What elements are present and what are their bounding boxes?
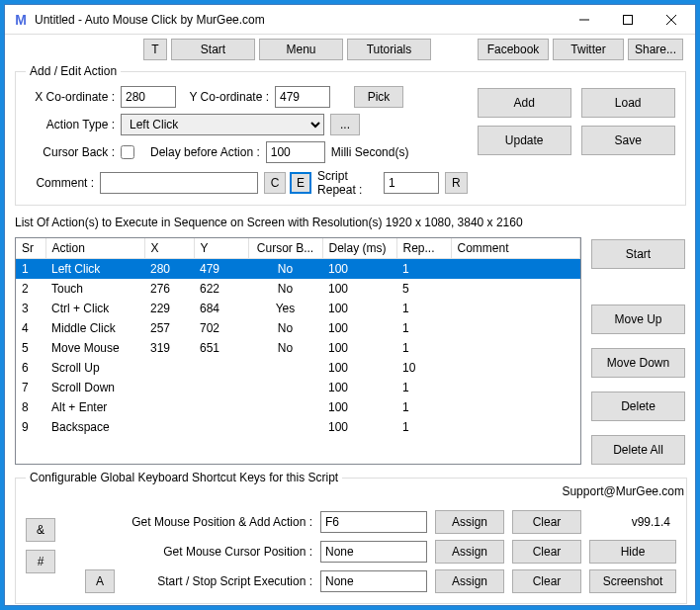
pick-button[interactable]: Pick bbox=[354, 86, 403, 108]
a-button[interactable]: A bbox=[85, 569, 115, 593]
assign1-button[interactable]: Assign bbox=[435, 510, 504, 534]
th-repeat[interactable]: Rep... bbox=[396, 238, 451, 259]
start-button[interactable]: Start bbox=[591, 239, 685, 269]
action-type-label: Action Type : bbox=[26, 118, 115, 131]
screenshot-button[interactable]: Screenshot bbox=[589, 569, 676, 593]
table-row[interactable]: 5Move Mouse319651No1001 bbox=[16, 338, 580, 358]
table-row[interactable]: 3Ctrl + Click229684Yes1001 bbox=[16, 299, 580, 318]
facebook-button[interactable]: Facebook bbox=[478, 39, 549, 60]
repeat-label: Script Repeat : bbox=[317, 169, 378, 197]
share-button[interactable]: Share... bbox=[628, 39, 683, 60]
maximize-button[interactable] bbox=[606, 5, 650, 35]
shortcut2-label: Get Mouse Cursor Position : bbox=[26, 545, 312, 559]
e-button[interactable]: E bbox=[290, 172, 311, 194]
c-button[interactable]: C bbox=[264, 172, 286, 194]
th-cursorback[interactable]: Cursor B... bbox=[248, 238, 322, 259]
start-top-button[interactable]: Start bbox=[171, 39, 255, 60]
assign3-button[interactable]: Assign bbox=[435, 569, 504, 593]
version-label: v99.1.4 bbox=[589, 515, 676, 529]
minimize-button[interactable] bbox=[563, 5, 606, 35]
table-row[interactable]: 6Scroll Up10010 bbox=[16, 358, 580, 378]
tutorials-button[interactable]: Tutorials bbox=[347, 39, 431, 60]
save-button[interactable]: Save bbox=[581, 126, 675, 155]
y-coord-label: Y Co-ordinate : bbox=[182, 90, 269, 104]
th-action[interactable]: Action bbox=[45, 238, 144, 259]
th-y[interactable]: Y bbox=[194, 238, 248, 259]
shortcut1-label: Get Mouse Position & Add Action : bbox=[26, 515, 312, 529]
delay-input[interactable] bbox=[266, 141, 325, 163]
app-window: M Untitled - Auto Mouse Click by MurGee.… bbox=[4, 4, 696, 606]
comment-label: Comment : bbox=[26, 176, 94, 190]
table-row[interactable]: 9Backspace1001 bbox=[16, 417, 580, 437]
comment-input[interactable] bbox=[100, 172, 258, 194]
content: Add / Edit Action X Co-ordinate : Y Co-o… bbox=[5, 62, 695, 610]
cursor-back-label: Cursor Back : bbox=[26, 145, 115, 159]
close-button[interactable] bbox=[650, 5, 693, 35]
top-toolbar: T Start Menu Tutorials Facebook Twitter … bbox=[5, 35, 695, 62]
table-row[interactable]: 2Touch276622No1005 bbox=[16, 279, 580, 299]
shortcut1-input[interactable] bbox=[320, 511, 427, 533]
add-button[interactable]: Add bbox=[478, 88, 571, 118]
th-x[interactable]: X bbox=[144, 238, 194, 259]
th-comment[interactable]: Comment bbox=[451, 238, 580, 259]
action-type-select[interactable]: Left Click bbox=[121, 114, 324, 135]
update-button[interactable]: Update bbox=[478, 126, 571, 155]
clear2-button[interactable]: Clear bbox=[512, 540, 581, 564]
action-more-button[interactable]: ... bbox=[330, 114, 360, 135]
delay-label: Delay before Action : bbox=[150, 145, 260, 159]
delay-unit-label: Milli Second(s) bbox=[331, 145, 409, 159]
actions-table: Sr Action X Y Cursor B... Delay (ms) Rep… bbox=[16, 238, 580, 437]
th-sr[interactable]: Sr bbox=[16, 238, 45, 259]
svg-rect-1 bbox=[624, 15, 633, 24]
shortcuts-legend: Configurable Global Keyboard Shortcut Ke… bbox=[26, 471, 342, 484]
add-edit-legend: Add / Edit Action bbox=[26, 64, 121, 78]
th-delay[interactable]: Delay (ms) bbox=[322, 238, 396, 259]
move-down-button[interactable]: Move Down bbox=[591, 348, 685, 378]
table-row[interactable]: 8Alt + Enter1001 bbox=[16, 397, 580, 417]
hide-button[interactable]: Hide bbox=[589, 540, 676, 564]
x-coord-input[interactable] bbox=[121, 86, 176, 108]
x-coord-label: X Co-ordinate : bbox=[26, 90, 115, 104]
amp-button[interactable]: & bbox=[26, 518, 55, 542]
titlebar: M Untitled - Auto Mouse Click by MurGee.… bbox=[5, 5, 695, 35]
shortcut2-input[interactable] bbox=[320, 541, 427, 563]
app-icon: M bbox=[13, 12, 29, 28]
menu-button[interactable]: Menu bbox=[259, 39, 343, 60]
t-button[interactable]: T bbox=[143, 39, 167, 60]
table-row[interactable]: 1Left Click280479No1001 bbox=[16, 259, 580, 280]
hash-button[interactable]: # bbox=[26, 550, 55, 573]
table-row[interactable]: 7Scroll Down1001 bbox=[16, 378, 580, 397]
actions-table-wrap[interactable]: Sr Action X Y Cursor B... Delay (ms) Rep… bbox=[15, 237, 581, 465]
move-up-button[interactable]: Move Up bbox=[591, 305, 685, 334]
shortcut3-label: Start / Stop Script Execution : bbox=[26, 574, 312, 588]
load-button[interactable]: Load bbox=[581, 88, 675, 118]
window-title: Untitled - Auto Mouse Click by MurGee.co… bbox=[35, 13, 563, 27]
delete-button[interactable]: Delete bbox=[591, 392, 685, 421]
twitter-button[interactable]: Twitter bbox=[553, 39, 624, 60]
repeat-input[interactable] bbox=[384, 172, 439, 194]
clear3-button[interactable]: Clear bbox=[512, 569, 581, 593]
r-button[interactable]: R bbox=[445, 172, 468, 194]
clear1-button[interactable]: Clear bbox=[512, 510, 581, 534]
add-edit-fieldset: Add / Edit Action X Co-ordinate : Y Co-o… bbox=[15, 64, 686, 206]
assign2-button[interactable]: Assign bbox=[435, 540, 504, 564]
cursor-back-checkbox[interactable] bbox=[121, 145, 134, 159]
shortcut3-input[interactable] bbox=[320, 570, 427, 592]
y-coord-input[interactable] bbox=[275, 86, 330, 108]
shortcuts-fieldset: Configurable Global Keyboard Shortcut Ke… bbox=[15, 471, 687, 604]
table-row[interactable]: 4Middle Click257702No1001 bbox=[16, 318, 580, 338]
list-caption: List Of Action(s) to Execute in Sequence… bbox=[15, 216, 685, 229]
delete-all-button[interactable]: Delete All bbox=[591, 435, 685, 465]
support-link[interactable]: Support@MurGee.com bbox=[562, 484, 684, 498]
